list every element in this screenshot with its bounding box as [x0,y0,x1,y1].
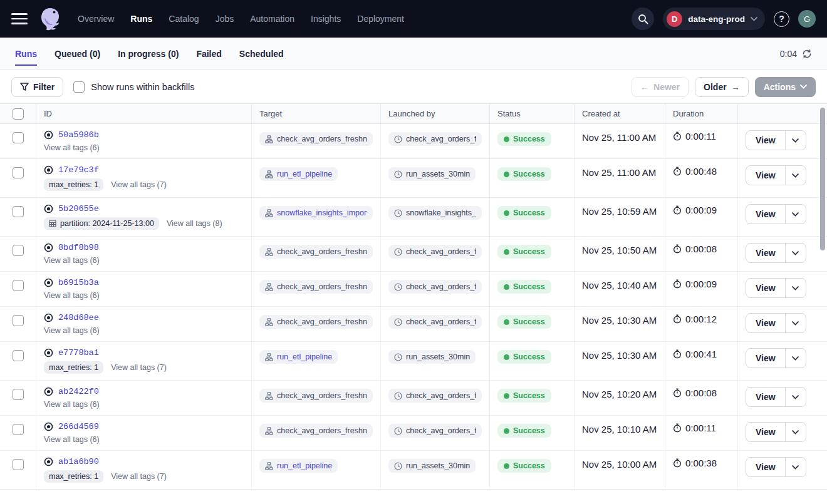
show-backfills-checkbox[interactable] [73,81,85,93]
run-id-link[interactable]: 50a5986b [58,130,99,140]
view-button[interactable]: View [746,244,785,262]
nav-item-deployment[interactable]: Deployment [357,14,404,24]
select-all-checkbox[interactable] [13,108,24,120]
target-link[interactable]: check_avg_orders_freshne [259,389,373,403]
view-dropdown-button[interactable] [786,244,806,262]
target-link[interactable]: run_etl_pipeline [259,459,338,473]
tab-failed[interactable]: Failed [196,38,221,69]
target-link[interactable]: check_avg_orders_freshne [259,132,373,146]
target-link[interactable]: check_avg_orders_freshne [259,315,373,329]
nav-item-runs[interactable]: Runs [130,14,152,24]
tab-scheduled[interactable]: Scheduled [239,38,284,69]
run-id-link[interactable]: 5b20655e [58,204,99,213]
view-all-tags-link[interactable]: View all tags (6) [44,435,100,444]
row-checkbox[interactable] [13,132,24,143]
refresh-icon[interactable] [802,49,812,59]
older-button[interactable]: Older → [695,77,749,97]
row-checkbox[interactable] [13,315,24,326]
run-tag[interactable]: partition: 2024-11-25-13:00 [44,217,159,230]
view-button[interactable]: View [746,279,785,297]
run-id-link[interactable]: 266d4569 [58,422,99,431]
nav-item-catalog[interactable]: Catalog [169,14,199,24]
launched-by-link[interactable]: check_avg_orders_f… [388,389,482,403]
view-button[interactable]: View [746,458,785,476]
run-id-link[interactable]: 8bdf8b98 [58,243,99,252]
run-id-link[interactable]: 17e79c3f [58,165,99,175]
row-checkbox[interactable] [13,459,24,470]
target-link[interactable]: check_avg_orders_freshne [259,245,373,259]
newer-button[interactable]: ← Newer [632,77,689,97]
view-dropdown-button[interactable] [786,349,806,368]
launched-by-link[interactable]: check_avg_orders_f… [388,315,482,329]
target-link[interactable]: check_avg_orders_freshne [259,280,373,294]
tab-runs[interactable]: Runs [15,38,37,69]
launched-by-link[interactable]: run_assets_30min [388,350,476,364]
view-button[interactable]: View [746,388,785,406]
run-id-link[interactable]: 248d68ee [58,313,99,322]
tab-queued[interactable]: Queued (0) [55,38,100,69]
nav-item-overview[interactable]: Overview [78,14,114,24]
nav-item-jobs[interactable]: Jobs [216,14,234,24]
row-checkbox[interactable] [13,424,24,435]
run-id-link[interactable]: ab1a6b90 [58,457,99,466]
view-all-tags-link[interactable]: View all tags (7) [111,363,167,372]
target-link[interactable]: check_avg_orders_freshne [259,424,373,438]
tab-in-progress[interactable]: In progress (0) [118,38,179,69]
run-id-link[interactable]: b6915b3a [58,278,99,287]
help-button[interactable]: ? [774,11,789,27]
run-tag[interactable]: max_retries: 1 [44,178,103,191]
row-checkbox[interactable] [13,350,24,361]
view-button[interactable]: View [746,349,785,368]
view-all-tags-link[interactable]: View all tags (6) [44,326,100,335]
view-button[interactable]: View [746,166,785,185]
view-dropdown-button[interactable] [786,279,806,297]
view-dropdown-button[interactable] [786,423,806,441]
row-checkbox[interactable] [13,245,24,256]
launched-by-link[interactable]: check_avg_orders_f… [388,132,482,146]
filter-button[interactable]: Filter [11,77,63,97]
launched-by-link[interactable]: check_avg_orders_f… [388,245,482,259]
view-button[interactable]: View [746,131,785,150]
view-dropdown-button[interactable] [786,314,806,332]
dagster-logo-icon[interactable] [38,6,63,31]
view-all-tags-link[interactable]: View all tags (7) [111,472,167,481]
view-dropdown-button[interactable] [786,166,806,185]
launched-by-link[interactable]: check_avg_orders_f… [388,424,482,438]
run-id-link[interactable]: ab2422f0 [58,387,99,396]
view-dropdown-button[interactable] [786,458,806,476]
actions-button[interactable]: Actions [755,77,816,97]
row-checkbox[interactable] [13,280,24,291]
row-checkbox[interactable] [13,167,24,178]
view-dropdown-button[interactable] [786,205,806,224]
view-button[interactable]: View [746,423,785,441]
view-button[interactable]: View [746,205,785,224]
view-dropdown-button[interactable] [786,131,806,150]
run-tag[interactable]: max_retries: 1 [44,470,103,483]
view-all-tags-link[interactable]: View all tags (6) [44,291,100,300]
view-dropdown-button[interactable] [786,388,806,406]
view-all-tags-link[interactable]: View all tags (6) [44,256,100,265]
launched-by-link[interactable]: snowflake_insights_… [388,206,482,220]
view-all-tags-link[interactable]: View all tags (6) [44,400,100,409]
target-link[interactable]: run_etl_pipeline [259,167,338,181]
user-avatar[interactable]: G [798,10,816,28]
launched-by-link[interactable]: check_avg_orders_f… [388,280,482,294]
run-id-link[interactable]: e7778ba1 [58,348,99,357]
target-link[interactable]: run_etl_pipeline [259,350,338,364]
workspace-switcher[interactable]: D data-eng-prod [663,8,765,30]
view-all-tags-link[interactable]: View all tags (8) [167,219,222,228]
view-all-tags-link[interactable]: View all tags (7) [111,180,167,189]
view-button[interactable]: View [746,314,785,332]
view-all-tags-link[interactable]: View all tags (6) [44,143,100,152]
launched-by-link[interactable]: run_assets_30min [388,167,476,181]
launched-by-link[interactable]: run_assets_30min [388,459,476,473]
run-tag[interactable]: max_retries: 1 [44,361,103,374]
vertical-scrollbar[interactable] [820,108,825,250]
nav-item-insights[interactable]: Insights [311,14,341,24]
nav-item-automation[interactable]: Automation [250,14,294,24]
search-button[interactable] [632,8,654,30]
target-link[interactable]: snowflake_insights_import [259,206,373,220]
row-checkbox[interactable] [13,389,24,400]
row-checkbox[interactable] [13,206,24,217]
menu-icon[interactable] [11,13,28,24]
